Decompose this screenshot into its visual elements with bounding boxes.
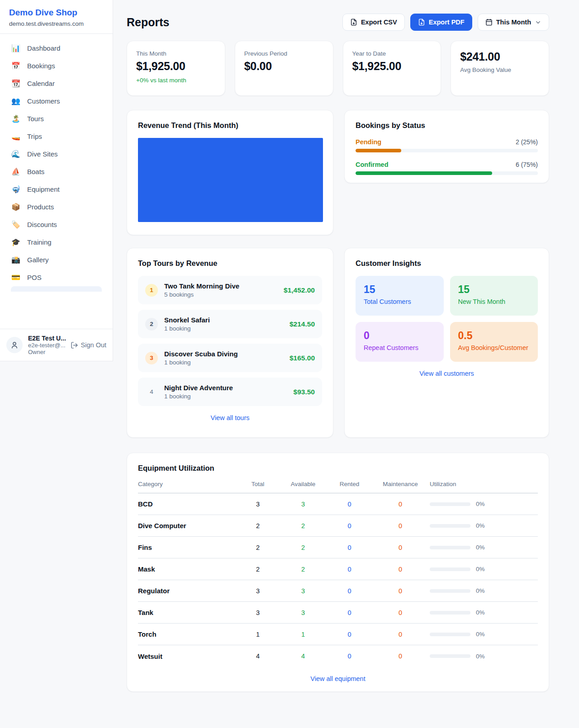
sidebar-item-label: Dashboard (27, 44, 60, 52)
tour-revenue: $1,452.00 (284, 286, 315, 294)
sidebar-item-label: Gallery (27, 256, 49, 264)
header-actions: Export CSV Export PDF This Month (342, 14, 549, 31)
calendar-icon: 📆 (11, 79, 21, 88)
tile-value: 15 (458, 284, 530, 296)
table-row: Dive Computer 2 2 0 0 0% (138, 515, 538, 537)
sign-out-label: Sign Out (81, 341, 106, 349)
discounts-icon: 🏷️ (11, 220, 21, 229)
tour-name: Night Dive Adventure (164, 384, 287, 392)
sidebar-item-equipment[interactable]: 🤿 Equipment (5, 180, 107, 198)
equipment-maintenance: 0 (371, 522, 430, 529)
table-row: BCD 3 3 0 0 0% (138, 493, 538, 515)
sidebar-item-discounts[interactable]: 🏷️ Discounts (5, 216, 107, 233)
sidebar-item-tours[interactable]: 🏝️ Tours (5, 110, 107, 128)
equipment-utilization: 0% (430, 501, 538, 507)
brand[interactable]: Demo Dive Shop demo.test.divestreams.com (0, 0, 113, 34)
sidebar-item-dive-sites[interactable]: 🌊 Dive Sites (5, 145, 107, 163)
sidebar-item-label: Training (27, 238, 52, 246)
equipment-rented: 0 (328, 501, 371, 508)
col-utilization: Utilization (430, 481, 538, 487)
revenue-trend-chart (138, 138, 323, 222)
sidebar-item-training[interactable]: 🎓 Training (5, 233, 107, 251)
equipment-available: 2 (278, 522, 328, 529)
equipment-category: Torch (138, 630, 237, 638)
utilization-text: 0% (476, 522, 485, 529)
sidebar-item-gallery[interactable]: 📸 Gallery (5, 251, 107, 269)
table-row: Mask 2 2 0 0 0% (138, 558, 538, 580)
user-icon (10, 341, 19, 349)
tour-row: 4 Night Dive Adventure 1 booking $93.50 (138, 378, 322, 406)
equipment-maintenance: 0 (371, 587, 430, 595)
progress-fill-confirmed (356, 171, 492, 175)
sidebar-item-reports-partial[interactable] (11, 286, 102, 292)
equipment-maintenance: 0 (371, 652, 430, 660)
stat-delta: +0% vs last month (136, 77, 216, 84)
bookings-by-status-title: Bookings by Status (356, 121, 538, 130)
sidebar-item-label: Tours (27, 115, 44, 123)
sign-out-button[interactable]: Sign Out (71, 341, 106, 349)
equipment-rented: 0 (328, 522, 371, 529)
utilization-bar (430, 611, 470, 615)
equipment-icon: 🤿 (11, 185, 21, 194)
tour-bookings: 1 booking (164, 393, 287, 400)
tile-value: 15 (364, 284, 436, 296)
view-all-customers-link[interactable]: View all customers (356, 370, 538, 377)
stat-label: Avg Booking Value (460, 66, 540, 73)
equipment-total: 2 (237, 544, 278, 551)
period-label: This Month (496, 19, 531, 26)
sidebar-item-calendar[interactable]: 📆 Calendar (5, 75, 107, 92)
tour-row: 3 Discover Scuba Diving 1 booking $165.0… (138, 344, 322, 372)
utilization-bar (430, 546, 470, 549)
equipment-category: Mask (138, 565, 237, 573)
tile-label: New This Month (458, 298, 530, 305)
sidebar-item-pos[interactable]: 💳 POS (5, 269, 107, 286)
sidebar-item-dashboard[interactable]: 📊 Dashboard (5, 39, 107, 57)
sidebar-item-bookings[interactable]: 📅 Bookings (5, 57, 107, 75)
stat-card-previous-period: Previous Period $0.00 (235, 41, 333, 96)
dashboard-icon: 📊 (11, 44, 21, 52)
insight-tile-total-customers: 15 Total Customers (356, 276, 444, 316)
sidebar-item-trips[interactable]: 🚤 Trips (5, 128, 107, 145)
sidebar-item-label: Boats (27, 168, 44, 175)
sidebar-item-boats[interactable]: ⛵ Boats (5, 163, 107, 180)
insight-tile-repeat-customers: 0 Repeat Customers (356, 322, 444, 362)
equipment-total: 3 (237, 609, 278, 616)
export-pdf-button[interactable]: Export PDF (410, 14, 472, 31)
page-header: Reports Export CSV Export PDF This Month (127, 14, 549, 31)
utilization-text: 0% (476, 501, 485, 507)
export-csv-button[interactable]: Export CSV (342, 14, 405, 31)
equipment-rented: 0 (328, 566, 371, 573)
sidebar-item-products[interactable]: 📦 Products (5, 198, 107, 216)
chevron-down-icon (535, 19, 541, 26)
tour-name: Snorkel Safari (164, 316, 283, 324)
tour-bookings: 1 booking (164, 359, 283, 366)
insights-row: Top Tours by Revenue 1 Two Tank Morning … (127, 248, 549, 438)
equipment-category: Dive Computer (138, 522, 237, 529)
utilization-bar (430, 524, 470, 528)
top-tours-title: Top Tours by Revenue (138, 259, 322, 268)
sidebar-item-customers[interactable]: 👥 Customers (5, 92, 107, 110)
period-dropdown[interactable]: This Month (478, 14, 549, 31)
equipment-available: 1 (278, 631, 328, 638)
equipment-category: Regulator (138, 587, 237, 595)
tour-revenue: $93.50 (294, 388, 315, 396)
tile-label: Avg Bookings/Customer (458, 344, 530, 351)
view-all-equipment-link[interactable]: View all equipment (138, 675, 538, 682)
equipment-category: Tank (138, 609, 237, 616)
equipment-available: 4 (278, 652, 328, 660)
utilization-text: 0% (476, 566, 485, 572)
stat-value: $1,925.00 (136, 60, 216, 73)
status-label: Confirmed (356, 161, 389, 168)
equipment-maintenance: 0 (371, 631, 430, 638)
stat-label: Year to Date (352, 50, 432, 57)
equipment-category: Fins (138, 544, 237, 551)
stat-card-avg-booking-value: $241.00 Avg Booking Value (451, 41, 549, 96)
equipment-available: 3 (278, 609, 328, 616)
view-all-tours-link[interactable]: View all tours (138, 414, 322, 421)
rank-badge: 4 (145, 386, 158, 398)
stat-value: $241.00 (460, 50, 540, 63)
tour-row: 1 Two Tank Morning Dive 5 bookings $1,45… (138, 276, 322, 304)
status-row-confirmed: Confirmed 6 (75%) (356, 161, 538, 175)
revenue-trend-panel: Revenue Trend (This Month) (127, 110, 333, 235)
page-title: Reports (127, 16, 169, 29)
